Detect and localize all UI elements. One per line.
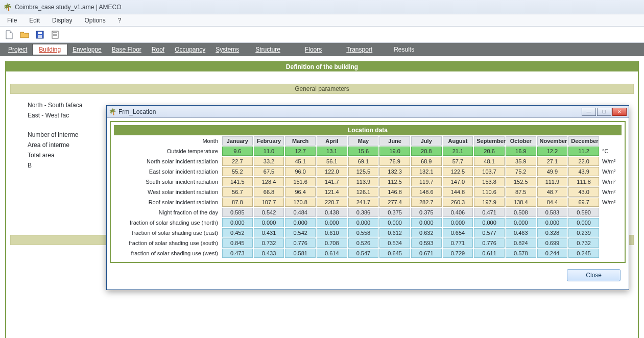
tab-basefloor[interactable]: Base Floor [107, 44, 147, 55]
data-cell[interactable]: 13.1 [317, 147, 347, 156]
data-cell[interactable]: 147.0 [443, 177, 473, 186]
data-cell[interactable]: 241.7 [348, 198, 379, 207]
data-cell[interactable]: 76.9 [379, 157, 410, 166]
data-cell[interactable]: 20.8 [411, 147, 442, 156]
data-cell[interactable]: 122.5 [443, 167, 473, 176]
data-cell[interactable]: 197.9 [474, 198, 505, 207]
data-cell[interactable]: 0.000 [474, 218, 505, 227]
data-cell[interactable]: 132.1 [411, 167, 442, 176]
tab-occupancy[interactable]: Occupancy [170, 44, 210, 55]
data-cell[interactable]: 112.5 [379, 177, 410, 186]
data-cell[interactable]: 0.590 [568, 208, 599, 217]
data-cell[interactable]: 35.9 [506, 157, 536, 166]
open-file-button[interactable] [18, 29, 31, 41]
data-cell[interactable]: 128.4 [254, 177, 284, 186]
data-cell[interactable]: 0.612 [379, 228, 410, 237]
data-cell[interactable]: 0.484 [285, 208, 316, 217]
data-cell[interactable]: 111.8 [568, 177, 599, 186]
data-cell[interactable]: 0.386 [348, 208, 379, 217]
data-cell[interactable]: 0.431 [254, 228, 284, 237]
tab-systems[interactable]: Systems [210, 44, 244, 55]
minimize-button[interactable]: — [582, 108, 596, 116]
data-cell[interactable]: 75.2 [506, 167, 536, 176]
data-cell[interactable]: 170.8 [285, 198, 316, 207]
data-cell[interactable]: 56.1 [317, 157, 347, 166]
data-cell[interactable]: 48.7 [537, 187, 568, 197]
data-cell[interactable]: 0.542 [285, 228, 316, 237]
data-cell[interactable]: 0.375 [411, 208, 442, 217]
report-button[interactable] [49, 29, 61, 41]
data-cell[interactable]: 16.9 [506, 147, 536, 156]
data-cell[interactable]: 22.7 [222, 157, 253, 166]
data-cell[interactable]: 0.614 [317, 249, 347, 258]
data-cell[interactable]: 0.471 [474, 208, 505, 217]
tab-roof[interactable]: Roof [147, 44, 170, 55]
data-cell[interactable]: 0.578 [506, 249, 536, 258]
tab-structure[interactable]: Structure [250, 44, 285, 55]
data-cell[interactable]: 260.3 [443, 198, 473, 207]
close-window-button[interactable]: ✕ [612, 108, 627, 116]
data-cell[interactable]: 0.463 [506, 228, 536, 237]
data-cell[interactable]: 0.771 [443, 238, 473, 248]
data-cell[interactable]: 0.433 [254, 249, 284, 258]
data-cell[interactable]: 0.000 [443, 218, 473, 227]
data-cell[interactable]: 0.328 [537, 228, 568, 237]
data-cell[interactable]: 0.654 [443, 228, 473, 237]
data-cell[interactable]: 0.645 [379, 249, 410, 258]
data-cell[interactable]: 110.6 [474, 187, 505, 197]
data-cell[interactable]: 0.577 [474, 228, 505, 237]
data-cell[interactable]: 107.7 [254, 198, 284, 207]
data-cell[interactable]: 152.5 [506, 177, 536, 186]
data-cell[interactable]: 0.406 [443, 208, 473, 217]
data-cell[interactable]: 282.7 [411, 198, 442, 207]
data-cell[interactable]: 57.7 [443, 157, 473, 166]
data-cell[interactable]: 0.632 [411, 228, 442, 237]
data-cell[interactable]: 0.000 [348, 218, 379, 227]
data-cell[interactable]: 0.000 [568, 218, 599, 227]
data-cell[interactable]: 0.375 [379, 208, 410, 217]
menu-display[interactable]: Display [52, 17, 72, 24]
data-cell[interactable]: 68.9 [411, 157, 442, 166]
data-cell[interactable]: 0.547 [348, 249, 379, 258]
data-cell[interactable]: 0.610 [317, 228, 347, 237]
data-cell[interactable]: 12.7 [285, 147, 316, 156]
data-cell[interactable]: 96.4 [285, 187, 316, 197]
data-cell[interactable]: 146.8 [379, 187, 410, 197]
data-cell[interactable]: 0.245 [568, 249, 599, 258]
data-cell[interactable]: 0.000 [222, 218, 253, 227]
data-cell[interactable]: 0.585 [222, 208, 253, 217]
data-cell[interactable]: 0.438 [317, 208, 347, 217]
data-cell[interactable]: 11.2 [568, 147, 599, 156]
data-cell[interactable]: 148.6 [411, 187, 442, 197]
data-cell[interactable]: 0.452 [222, 228, 253, 237]
data-cell[interactable]: 111.9 [537, 177, 568, 186]
data-cell[interactable]: 0.558 [348, 228, 379, 237]
data-cell[interactable]: 69.7 [568, 198, 599, 207]
data-cell[interactable]: 87.8 [222, 198, 253, 207]
data-cell[interactable]: 141.7 [317, 177, 347, 186]
data-cell[interactable]: 0.526 [348, 238, 379, 248]
data-cell[interactable]: 132.3 [379, 167, 410, 176]
data-cell[interactable]: 22.0 [568, 157, 599, 166]
data-cell[interactable]: 0.729 [443, 249, 473, 258]
data-cell[interactable]: 0.732 [568, 238, 599, 248]
data-cell[interactable]: 0.708 [317, 238, 347, 248]
tab-enveloppe[interactable]: Enveloppe [67, 44, 107, 55]
tab-project[interactable]: Project [3, 44, 32, 55]
data-cell[interactable]: 0.583 [537, 208, 568, 217]
data-cell[interactable]: 27.1 [537, 157, 568, 166]
data-cell[interactable]: 56.7 [222, 187, 253, 197]
data-cell[interactable]: 0.508 [506, 208, 536, 217]
data-cell[interactable]: 151.6 [285, 177, 316, 186]
save-button[interactable] [34, 29, 46, 41]
data-cell[interactable]: 49.9 [537, 167, 568, 176]
close-button[interactable]: Close [567, 269, 621, 281]
data-cell[interactable]: 0.534 [379, 238, 410, 248]
data-cell[interactable]: 0.776 [285, 238, 316, 248]
data-cell[interactable]: 125.5 [348, 167, 379, 176]
tab-building[interactable]: Building [32, 44, 67, 55]
tab-transport[interactable]: Transport [341, 44, 377, 55]
data-cell[interactable]: 277.4 [379, 198, 410, 207]
data-cell[interactable]: 138.4 [506, 198, 536, 207]
tab-floors[interactable]: Floors [300, 44, 327, 55]
